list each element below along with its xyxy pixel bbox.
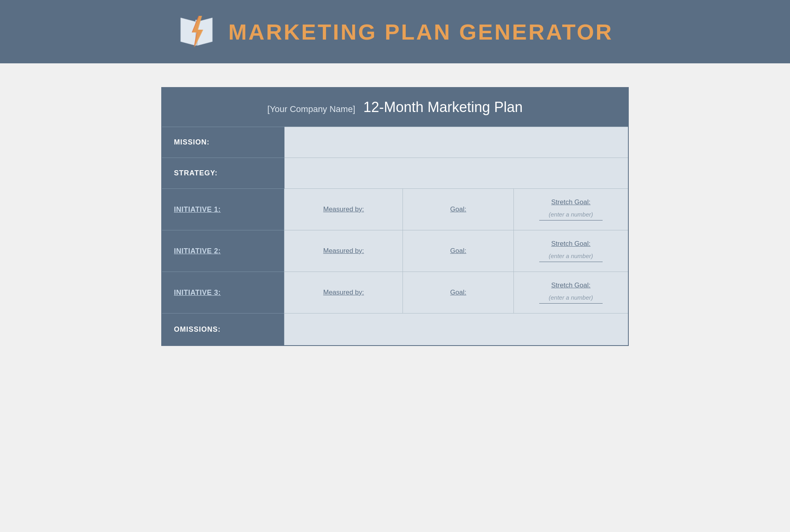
initiative-1-measured-link[interactable]: Measured by: [323,205,364,213]
initiative-2-link[interactable]: INITIATIVE 2: [174,247,221,255]
initiative-2-goal-cell: Goal: [403,230,513,272]
initiative-3-underline [539,303,603,304]
initiative-3-goal-cell: Goal: [403,272,513,314]
logo-icon [177,12,216,51]
initiative-2-label: INITIATIVE 2: [162,230,284,272]
initiative-3-measured-link[interactable]: Measured by: [323,289,364,296]
mission-row: MISSION: [162,127,628,158]
initiative-2-row: INITIATIVE 2: Measured by: Goal: Stretch… [162,230,628,272]
initiative-2-measured-cell: Measured by: [284,230,403,272]
marketing-plan-table: [Your Company Name] 12-Month Marketing P… [161,87,629,346]
initiative-3-label: INITIATIVE 3: [162,272,284,314]
initiative-1-link[interactable]: INITIATIVE 1: [174,205,221,213]
initiative-2-stretch-link[interactable]: Stretch Goal: [551,240,590,247]
mission-content[interactable] [284,127,628,158]
main-content: [Your Company Name] 12-Month Marketing P… [0,63,790,370]
company-placeholder: [Your Company Name] [267,104,355,114]
initiative-2-goal-link[interactable]: Goal: [450,247,466,255]
initiative-3-goal-link[interactable]: Goal: [450,289,466,296]
omissions-row: OMISSIONS: [162,314,628,346]
initiative-1-placeholder: (enter a number) [522,211,620,218]
initiative-1-goal-cell: Goal: [403,189,513,230]
strategy-row: STRATEGY: [162,158,628,189]
app-header: MARKETING PLAN GENERATOR [0,0,790,63]
initiative-2-underline [539,262,603,262]
initiative-3-measured-cell: Measured by: [284,272,403,314]
mission-label: MISSION: [162,127,284,158]
initiative-3-stretch-link[interactable]: Stretch Goal: [551,281,590,289]
omissions-label: OMISSIONS: [162,314,284,346]
initiative-3-number-area: (enter a number) [522,294,620,304]
initiative-1-goal-link[interactable]: Goal: [450,205,466,213]
initiative-2-placeholder: (enter a number) [522,253,620,259]
initiative-3-link[interactable]: INITIATIVE 3: [174,289,221,296]
app-title: MARKETING PLAN GENERATOR [228,19,613,45]
initiative-1-measured-cell: Measured by: [284,189,403,230]
initiative-3-row: INITIATIVE 3: Measured by: Goal: Stretch… [162,272,628,314]
initiative-1-label: INITIATIVE 1: [162,189,284,230]
strategy-label: STRATEGY: [162,158,284,189]
initiative-1-underline [539,220,603,220]
initiative-1-number-area: (enter a number) [522,211,620,220]
app-logo [177,12,216,51]
strategy-content[interactable] [284,158,628,189]
initiative-3-placeholder: (enter a number) [522,294,620,301]
initiative-1-stretch-link[interactable]: Stretch Goal: [551,198,590,206]
plan-title-cell: [Your Company Name] 12-Month Marketing P… [162,87,628,127]
initiative-1-row: INITIATIVE 1: Measured by: Goal: Stretch… [162,189,628,230]
plan-title-row: [Your Company Name] 12-Month Marketing P… [162,87,628,127]
initiative-3-stretch-cell: Stretch Goal: (enter a number) [513,272,628,314]
initiative-2-number-area: (enter a number) [522,253,620,262]
omissions-content[interactable] [284,314,628,346]
initiative-2-measured-link[interactable]: Measured by: [323,247,364,255]
initiative-1-stretch-cell: Stretch Goal: (enter a number) [513,189,628,230]
initiative-2-stretch-cell: Stretch Goal: (enter a number) [513,230,628,272]
plan-title: 12-Month Marketing Plan [363,99,523,115]
